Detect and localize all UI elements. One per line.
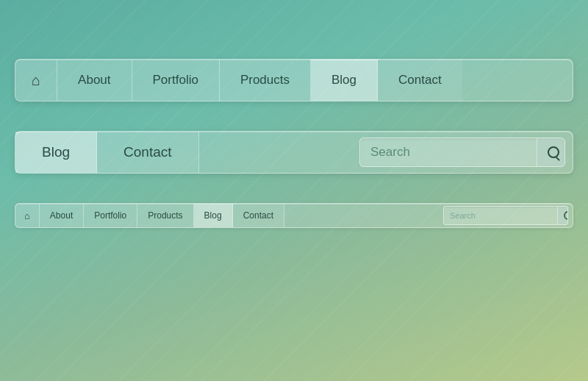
nav-medium-blog[interactable]: Blog xyxy=(15,132,97,173)
search-container-medium xyxy=(359,138,565,167)
page-content: ⌂ About Portfolio Products Blog Contact … xyxy=(0,0,588,243)
search-icon-medium xyxy=(548,146,559,158)
search-input-medium[interactable] xyxy=(360,145,537,160)
nav-large-home[interactable]: ⌂ xyxy=(15,60,57,101)
nav-small-contact[interactable]: Contact xyxy=(233,204,284,227)
nav-large-products[interactable]: Products xyxy=(220,60,311,101)
nav-large-blog[interactable]: Blog xyxy=(311,60,378,101)
nav-small-portfolio[interactable]: Portfolio xyxy=(84,204,137,227)
nav-small-products[interactable]: Products xyxy=(137,204,193,227)
nav-large: ⌂ About Portfolio Products Blog Contact xyxy=(15,59,573,102)
nav-small-blog[interactable]: Blog xyxy=(194,204,233,227)
nav-small-home[interactable]: ⌂ xyxy=(15,204,40,227)
home-icon-small: ⌂ xyxy=(24,210,30,221)
nav-small: ⌂ About Portfolio Products Blog Contact xyxy=(15,203,573,228)
home-icon: ⌂ xyxy=(32,72,40,89)
nav-large-about[interactable]: About xyxy=(57,60,132,101)
search-button-small[interactable] xyxy=(557,207,568,224)
nav-medium-contact[interactable]: Contact xyxy=(97,132,198,173)
nav-large-contact[interactable]: Contact xyxy=(378,60,462,101)
nav-large-portfolio[interactable]: Portfolio xyxy=(132,60,220,101)
nav-medium-spacer xyxy=(199,132,359,173)
search-input-small[interactable] xyxy=(444,211,557,220)
search-button-medium[interactable] xyxy=(537,138,565,166)
search-container-small xyxy=(443,206,568,225)
search-icon-small xyxy=(564,211,568,220)
nav-small-about[interactable]: About xyxy=(40,204,84,227)
nav-medium: Blog Contact xyxy=(15,131,573,174)
